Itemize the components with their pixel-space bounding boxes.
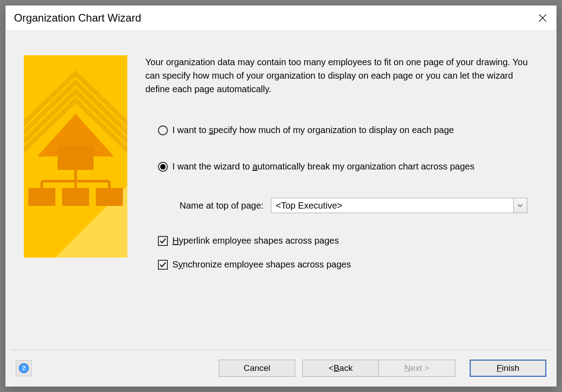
checkbox-synchronize-label: Synchronize employee shapes across pages	[172, 259, 351, 270]
name-at-top-label: Name at top of page:	[180, 200, 264, 211]
checkbox-icon	[158, 236, 168, 246]
close-icon	[539, 14, 547, 22]
back-button[interactable]: < Back	[302, 360, 379, 377]
combobox-dropdown-button[interactable]	[513, 198, 527, 213]
svg-rect-3	[58, 145, 94, 170]
svg-rect-10	[62, 188, 89, 206]
name-at-top-row: Name at top of page: <Top Executive>	[158, 198, 534, 213]
dialog-footer: ? Cancel < Back Next > Finish	[6, 350, 556, 386]
dialog-title: Organization Chart Wizard	[14, 12, 141, 24]
finish-button[interactable]: Finish	[470, 360, 546, 377]
title-bar: Organization Chart Wizard	[6, 6, 556, 30]
checkbox-hyperlink-label: Hyperlink employee shapes across pages	[172, 236, 339, 246]
close-button[interactable]	[535, 11, 550, 25]
wizard-dialog: Organization Chart Wizard	[5, 5, 557, 387]
svg-text:?: ?	[22, 365, 26, 372]
cancel-button[interactable]: Cancel	[219, 360, 295, 377]
radio-group: I want to specify how much of my organiz…	[145, 125, 534, 270]
help-button[interactable]: ?	[16, 360, 32, 376]
name-at-top-combobox[interactable]: <Top Executive>	[271, 198, 527, 213]
checkbox-icon	[158, 260, 168, 270]
radio-specify-pages[interactable]: I want to specify how much of my organiz…	[158, 125, 534, 135]
content-area: Your organization data may contain too m…	[6, 30, 556, 386]
radio-specify-label: I want to specify how much of my organiz…	[172, 125, 454, 135]
chevron-down-icon	[518, 204, 522, 207]
content-body: Your organization data may contain too m…	[6, 31, 556, 350]
combobox-value: <Top Executive>	[271, 198, 513, 213]
radio-auto-label: I want the wizard to automatically break…	[172, 161, 474, 172]
main-column: Your organization data may contain too m…	[127, 55, 534, 341]
checkbox-synchronize[interactable]: Synchronize employee shapes across pages	[158, 259, 534, 270]
intro-text: Your organization data may contain too m…	[145, 55, 534, 96]
footer-buttons: Cancel < Back Next > Finish	[215, 360, 546, 377]
svg-rect-9	[28, 188, 55, 206]
checkbox-hyperlink[interactable]: Hyperlink employee shapes across pages	[158, 236, 534, 246]
wizard-sidebar-graphic	[24, 55, 127, 258]
radio-icon	[158, 125, 168, 135]
radio-icon	[158, 162, 168, 172]
radio-auto-break[interactable]: I want the wizard to automatically break…	[158, 161, 534, 172]
help-icon: ?	[18, 363, 29, 374]
svg-rect-11	[96, 188, 123, 206]
next-button: Next >	[379, 360, 455, 377]
